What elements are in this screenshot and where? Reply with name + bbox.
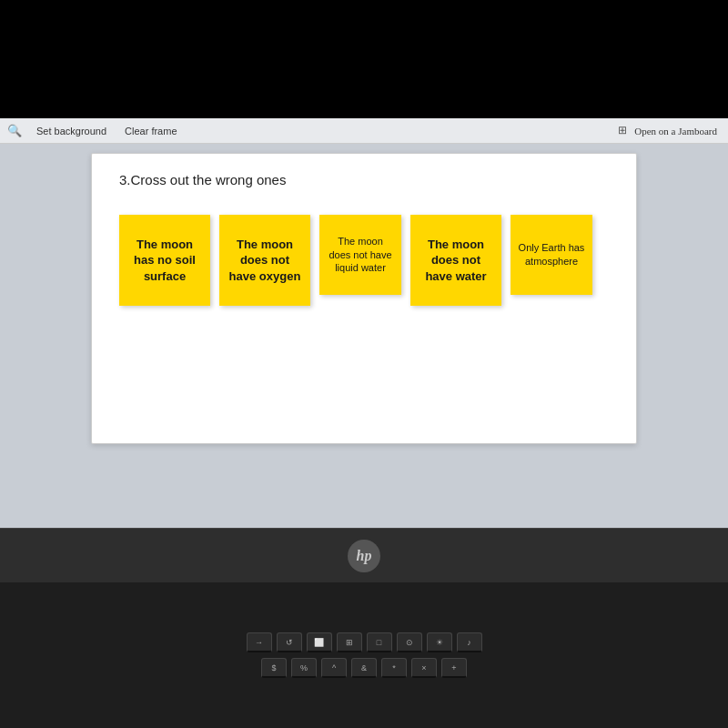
key-dollar[interactable]: $ <box>261 658 287 678</box>
keyboard-row-2: $ % ^ & * × + <box>261 658 467 678</box>
sticky-note-4[interactable]: The moon does not have water <box>410 215 501 306</box>
key-volume[interactable]: ♪ <box>457 632 482 652</box>
hp-logo-area: hp <box>0 528 728 582</box>
sticky-note-5[interactable]: Only Earth has atmosphere <box>511 215 592 295</box>
toolbar-right: ⊞ Open on a Jamboard <box>618 124 721 137</box>
key-brightness[interactable]: ☀ <box>427 632 452 652</box>
key-refresh[interactable]: ↺ <box>277 632 302 652</box>
sticky-note-3-text: The moon does not have liquid water <box>327 235 394 276</box>
top-black-bar <box>0 0 728 118</box>
sticky-note-3[interactable]: The moon does not have liquid water <box>319 215 401 295</box>
slide-frame: 3.Cross out the wrong ones The moon has … <box>91 153 637 444</box>
hp-logo: hp <box>348 540 380 572</box>
key-caret[interactable]: ^ <box>321 658 347 678</box>
sticky-note-4-text: The moon does not have water <box>418 237 494 285</box>
keyboard-row-1: → ↺ ⬜ ⊞ □ ⊙ ☀ ♪ <box>247 632 482 652</box>
key-arrow-right[interactable]: → <box>247 632 272 652</box>
sticky-note-2[interactable]: The moon does not have oxygen <box>219 215 310 306</box>
set-background-button[interactable]: Set background <box>33 126 110 136</box>
key-ampersand[interactable]: & <box>351 658 377 678</box>
key-plus[interactable]: + <box>441 658 467 678</box>
key-percent[interactable]: % <box>291 658 317 678</box>
key-fullscreen[interactable]: ⬜ <box>307 632 332 652</box>
key-asterisk[interactable]: * <box>381 658 407 678</box>
open-jamboard-icon: ⊞ <box>618 124 627 137</box>
sticky-note-1[interactable]: The moon has no soil surface <box>119 215 210 306</box>
sticky-note-1-text: The moon has no soil surface <box>126 237 203 285</box>
content-area: 3.Cross out the wrong ones The moon has … <box>0 144 728 528</box>
bottom-bezel: hp → ↺ ⬜ ⊞ □ ⊙ ☀ ♪ $ % ^ & * × + <box>0 528 728 728</box>
slide-title: 3.Cross out the wrong ones <box>119 172 609 187</box>
notes-container: The moon has no soil surface The moon do… <box>119 215 609 306</box>
toolbar: 🔍 Set background Clear frame ⊞ Open on a… <box>0 118 728 144</box>
keyboard-area: → ↺ ⬜ ⊞ □ ⊙ ☀ ♪ $ % ^ & * × + <box>0 582 728 728</box>
key-square[interactable]: □ <box>367 632 392 652</box>
clear-frame-button[interactable]: Clear frame <box>121 126 180 136</box>
key-multiply[interactable]: × <box>411 658 437 678</box>
screen: 🔍 Set background Clear frame ⊞ Open on a… <box>0 118 728 528</box>
open-jamboard-label[interactable]: Open on a Jamboard <box>631 126 721 136</box>
sticky-note-5-text: Only Earth has atmosphere <box>518 241 585 268</box>
key-circle[interactable]: ⊙ <box>397 632 422 652</box>
key-window[interactable]: ⊞ <box>337 632 362 652</box>
search-icon[interactable]: 🔍 <box>7 124 22 138</box>
sticky-note-2-text: The moon does not have oxygen <box>227 237 303 285</box>
